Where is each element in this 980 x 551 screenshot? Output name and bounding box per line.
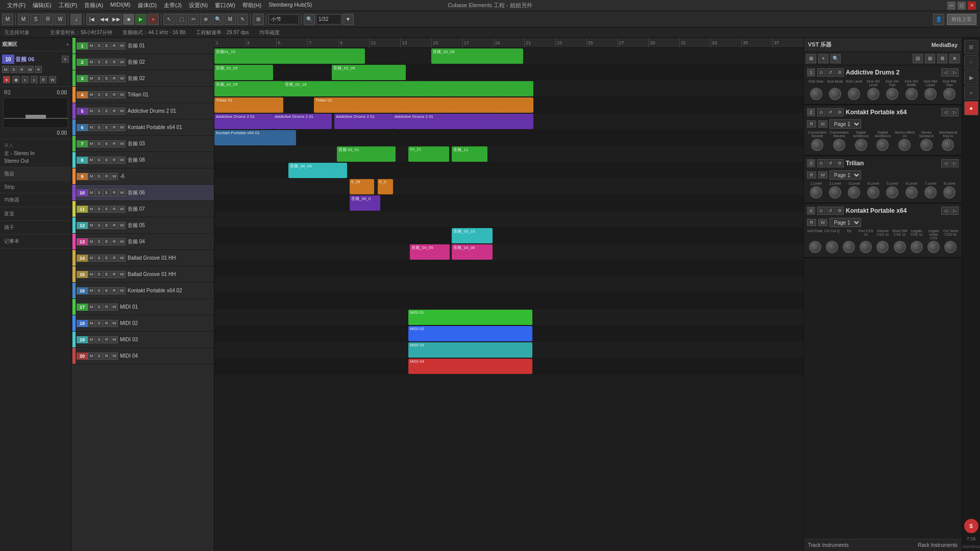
tb-stop[interactable]: ■ <box>123 14 134 25</box>
tb-record[interactable]: ● <box>148 14 159 25</box>
menu-media[interactable]: 媒体(D) <box>135 1 160 10</box>
track-s-btn-4[interactable]: S <box>95 91 103 98</box>
arr-block-9-1[interactable]: 6_29 <box>350 179 374 194</box>
vst-power-icon-1[interactable]: ⊙ <box>817 68 825 77</box>
track-w-btn-1[interactable]: W <box>118 42 126 49</box>
track-w-btn-5[interactable]: W <box>118 108 126 115</box>
track-w-btn-13[interactable]: W <box>118 238 126 245</box>
track-r-btn-18[interactable]: R <box>103 320 110 327</box>
track-m-btn-4[interactable]: M <box>88 91 95 98</box>
vst-reload-icon-4[interactable]: ↺ <box>826 207 835 215</box>
inspector-eq-btn[interactable]: ε <box>21 76 29 83</box>
tb-login-label[interactable]: 前往上官 <box>947 14 976 25</box>
inspector-send-section[interactable]: 发送 <box>0 207 71 221</box>
arr-block-13-2[interactable]: 音频_04_06 <box>452 244 493 260</box>
track-s-btn-19[interactable]: S <box>95 336 103 343</box>
rack-instruments-label[interactable]: Rack Instruments <box>918 542 958 548</box>
track-row-5[interactable]: 5 M S E R W Addictive Drums 2 01 <box>71 103 214 119</box>
track-row-2[interactable]: 2 M S E R W 音频 02 <box>71 54 214 70</box>
track-m-btn-11[interactable]: M <box>88 206 95 213</box>
knob-kick-oh-level[interactable] <box>867 88 879 100</box>
knob-short-sw[interactable] <box>894 241 906 253</box>
vst-power-icon-4[interactable]: ⊙ <box>817 207 825 215</box>
track-s-btn-12[interactable]: S <box>95 222 103 229</box>
track-e-btn-15[interactable]: E <box>103 287 110 294</box>
vst-inst-2-r-btn[interactable]: R <box>807 120 816 128</box>
knob-legato-mode[interactable] <box>927 241 940 253</box>
track-w-btn-4[interactable]: W <box>118 91 126 98</box>
vst-reload-icon-2[interactable]: ↺ <box>826 108 835 116</box>
track-row-3[interactable]: 3 M S E R W 音频 02 <box>71 70 214 87</box>
vst-inst-2-page-select[interactable]: Page 1 <box>829 119 861 129</box>
track-r-btn-2[interactable]: R <box>111 59 118 66</box>
knob-level-2[interactable] <box>829 186 841 198</box>
arr-block-9-2[interactable]: 5_3 <box>378 179 393 194</box>
inspector-r-btn[interactable]: R <box>18 66 26 73</box>
vst-inst-3-w-btn[interactable]: W <box>818 171 827 179</box>
menu-audio[interactable]: 音频(A) <box>81 1 106 10</box>
arr-block-6-1[interactable]: Kontakt Portable x64 01 <box>214 130 296 145</box>
knob-level-6[interactable] <box>905 186 918 198</box>
vst-power-icon-3[interactable]: ⊙ <box>817 159 825 167</box>
sidebar-arrow-up-btn[interactable]: ↑ <box>964 55 978 69</box>
arr-block-5-4[interactable]: Addictive Drums 2 01 <box>393 114 533 129</box>
knob-kick-rm-pan[interactable] <box>943 88 955 100</box>
track-r-btn-6[interactable]: R <box>111 124 118 131</box>
menu-project[interactable]: 工程(P) <box>56 1 81 10</box>
tb-s-btn[interactable]: S <box>30 14 41 25</box>
track-row-17[interactable]: 17 M S R W MIDI 01 <box>71 299 214 315</box>
track-m-btn-5[interactable]: M <box>88 108 95 115</box>
track-e-btn-11[interactable]: E <box>103 222 110 229</box>
track-s-btn-10[interactable]: S <box>95 189 103 196</box>
track-e-btn-1[interactable]: E <box>103 59 110 66</box>
track-w-btn-7[interactable]: W <box>118 140 126 147</box>
track-s-btn-11[interactable]: S <box>95 206 103 213</box>
track-m-btn-2[interactable]: M <box>88 59 95 66</box>
inspector-w2-btn[interactable]: W <box>49 76 56 83</box>
maximize-button[interactable]: □ <box>958 2 966 10</box>
track-e-btn-6[interactable]: E <box>103 140 110 147</box>
tb-snap[interactable]: ⊞ <box>253 14 264 25</box>
track-m-btn-14[interactable]: M <box>88 255 95 262</box>
menu-settings[interactable]: 设置(N) <box>186 1 211 10</box>
track-m-btn-20[interactable]: M <box>88 353 95 360</box>
track-e-btn-0[interactable]: E <box>103 42 110 49</box>
arr-block-7-3[interactable]: 音频_11 <box>452 146 487 162</box>
vst-scroll-area[interactable]: 1 ⊙ ↺ ⚙ Addictive Drums 2 ◁ ▷ Kick Solo <box>804 65 962 539</box>
track-w-btn-3[interactable]: W <box>118 75 126 82</box>
vst-inst-2-arrow-right[interactable]: ▷ <box>950 108 959 116</box>
vst-inst-4-arrow-right[interactable]: ▷ <box>950 207 959 215</box>
track-row-20[interactable]: 20 M S R W MIDI 04 <box>71 348 214 364</box>
track-e-btn-4[interactable]: E <box>103 108 110 115</box>
menu-hub[interactable]: Steinberg Hub(S) <box>265 1 315 10</box>
track-s-btn-3[interactable]: S <box>95 75 103 82</box>
vst-inst-2-arrow-left[interactable]: ◁ <box>941 108 949 116</box>
insert-row[interactable]: 预设 <box>2 169 69 179</box>
track-r-btn-19[interactable]: R <box>103 336 110 343</box>
track-w-btn-18[interactable]: W <box>111 320 118 327</box>
track-m-btn-8[interactable]: M <box>88 157 95 164</box>
track-r-btn-12[interactable]: R <box>111 222 118 229</box>
knob-level-1[interactable] <box>810 186 822 198</box>
track-m-btn-19[interactable]: M <box>88 336 95 343</box>
track-e-btn-10[interactable]: E <box>103 206 110 213</box>
vst-inst-2-name[interactable]: Kontakt Portable x64 <box>846 109 939 116</box>
tb-glue[interactable]: ⊕ <box>200 14 211 25</box>
track-row-7[interactable]: 7 M S E R W 音频 03 <box>71 136 214 152</box>
vst-close-btn[interactable]: ✕ <box>949 54 960 63</box>
knob-conv-reverb-1[interactable] <box>811 139 823 151</box>
window-controls[interactable]: ─ □ ✕ <box>947 2 976 10</box>
vst-config-icon-4[interactable]: ⚙ <box>836 207 844 215</box>
inspector-settings-icon[interactable]: ≡ <box>62 56 69 63</box>
tb-zoom[interactable]: 🔍 <box>212 14 224 25</box>
track-row-13[interactable]: 13 M S E R W 音频 04 <box>71 234 214 250</box>
menu-transport[interactable]: 走带(J) <box>161 1 185 10</box>
track-r-btn-10[interactable]: R <box>111 189 118 196</box>
track-m-btn-10[interactable]: M <box>88 189 95 196</box>
menu-edit[interactable]: 编辑(E) <box>30 1 55 10</box>
track-w-btn-15[interactable]: W <box>118 271 126 278</box>
track-row-1[interactable]: 1 M S E R W 音频 01 <box>71 38 214 54</box>
track-w-btn-16[interactable]: W <box>118 287 126 294</box>
knob-digital-amb-2[interactable] <box>876 139 889 151</box>
track-s-btn-6[interactable]: S <box>95 124 103 131</box>
